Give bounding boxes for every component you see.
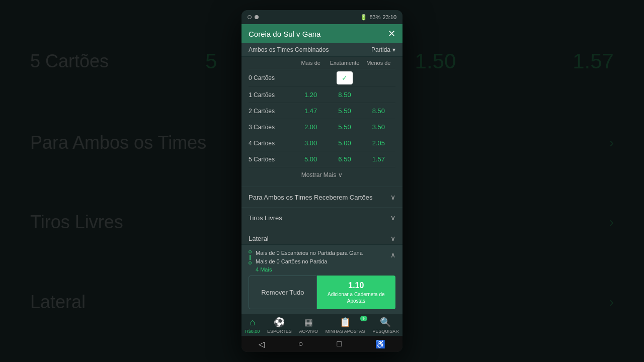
signal-icon [248,15,252,19]
cell-menos-de[interactable] [362,89,395,101]
cell-exatamente[interactable]: 5.50 [328,121,361,133]
nav-home[interactable]: ⌂ R$0,00 [245,317,260,334]
table-header-row: Mais de Exatamente Menos de [249,57,395,69]
bottom-navigation: ⌂ R$0,00 ⚽ ESPORTES ▦ AO-VIVO 📋 9 MINHAS… [242,313,403,336]
table-row: 5 Cartões 5.00 6.50 1.57 [249,151,395,167]
cell-mais-de[interactable]: 3.00 [294,137,328,149]
nav-my-bets-label: MINHAS APOSTAS [326,329,365,334]
cell-exatamente-selected[interactable]: ✓ [328,71,361,84]
cards-table: Mais de Exatamente Menos de 0 Cartões ✓ [242,57,403,187]
cell-mais-de[interactable]: 5.00 [294,153,328,165]
collapse-chevron-icon[interactable]: ∧ [390,249,395,259]
home-icon: ⌂ [250,317,255,328]
status-right: 🔋 83% 23:10 [360,14,396,21]
col-label-header [249,60,294,66]
accessibility-button[interactable]: ♿ [375,339,385,349]
cell-mais-de[interactable]: 2.00 [294,121,328,133]
row-label: 1 Cartões [249,89,294,101]
accordion-label: Tiros Livres [249,214,282,222]
table-row: 1 Cartões 1.20 8.50 [249,87,395,103]
bet-item-2: Mais de 0 Cartões no Partida [256,257,386,266]
chevron-down-icon: ∨ [338,171,343,178]
accordion-header[interactable]: Para Ambos os Times Receberem Cartões ∨ [242,187,403,207]
cell-mais-de[interactable]: 1.20 [294,89,328,101]
add-to-betslip-button[interactable]: 1.10 Adicionar a Caderneta de Apostas [317,276,395,309]
bets-badge: 9 [360,316,367,321]
dropdown-chevron-icon: ▾ [392,46,395,53]
cell-exatamente[interactable]: 6.50 [328,153,361,165]
row-label: 4 Cartões [249,137,294,149]
nav-home-label: R$0,00 [245,329,260,334]
clock: 23:10 [382,14,396,20]
wifi-icon [255,15,259,19]
bet-items-container: Mais de 0 Escanteios no Partida para Gan… [249,249,395,273]
accordion-lateral: Lateral ∨ [242,228,403,244]
status-bar: 🔋 83% 23:10 [242,10,403,24]
remove-all-button[interactable]: Remover Tudo [249,276,317,309]
betting-modal: Coreia do Sul v Gana ✕ Ambos os Times Co… [242,24,403,336]
sub-header-category: Ambos os Times Combinados [249,46,329,53]
sub-header-type: Partida ▾ [371,46,395,53]
action-buttons: Remover Tudo 1.10 Adicionar a Caderneta … [249,276,395,309]
my-bets-icon: 📋 [340,317,351,328]
bet-item-1: Mais de 0 Escanteios no Partida para Gan… [256,249,386,257]
modal-title: Coreia do Sul v Gana [249,30,320,38]
nav-search[interactable]: 🔍 PESQUISAR [372,317,399,334]
nav-sports-label: ESPORTES [267,329,292,334]
nav-live-label: AO-VIVO [299,329,318,334]
row-label: 0 Cartões [249,71,294,84]
table-row: 0 Cartões ✓ [249,69,395,87]
nav-my-bets[interactable]: 📋 9 MINHAS APOSTAS [326,317,365,334]
expand-more-button[interactable]: 4 Mais [256,266,386,273]
cell-menos-de[interactable]: 3.50 [362,121,395,133]
bet-panel: Mais de 0 Escanteios no Partida para Gan… [242,244,403,313]
battery-icon: 🔋 [360,14,367,21]
modal-container: 🔋 83% 23:10 Coreia do Sul v Gana ✕ Ambos… [242,10,403,352]
selected-cell[interactable]: ✓ [337,71,353,84]
cell-mais-de[interactable] [294,71,328,84]
bet-text-list: Mais de 0 Escanteios no Partida para Gan… [256,249,386,273]
cell-menos-de[interactable] [362,71,395,84]
table-row: 2 Cartões 1.47 5.50 8.50 [249,103,395,119]
nav-live[interactable]: ▦ AO-VIVO [299,317,318,334]
add-label: Adicionar a Caderneta de Apostas [322,291,390,304]
row-label: 3 Cartões [249,121,294,133]
cell-exatamente[interactable]: 5.00 [328,137,361,149]
battery-percent: 83% [369,14,380,20]
home-button[interactable]: ○ [298,339,303,348]
accordion-tiros-livres: Tiros Livres ∨ [242,207,403,228]
show-more-button[interactable]: Mostrar Mais ∨ [249,167,395,183]
modal-header: Coreia do Sul v Gana ✕ [242,24,403,43]
recents-button[interactable]: □ [337,339,342,348]
sub-header: Ambos os Times Combinados Partida ▾ [242,43,403,57]
back-button[interactable]: ◁ [259,339,265,349]
status-icons [248,15,259,19]
col-exatamente-header: Exatamente [328,60,361,66]
col-menos-de-header: Menos de [362,60,395,66]
col-mais-de-header: Mais de [294,60,328,66]
accordion-label: Para Ambos os Times Receberem Cartões [249,194,372,201]
close-button[interactable]: ✕ [388,29,395,38]
accordion-header[interactable]: Tiros Livres ∨ [242,208,403,228]
accordion-header[interactable]: Lateral ∨ [242,228,403,244]
search-icon: 🔍 [380,317,391,328]
cell-menos-de[interactable]: 2.05 [362,137,395,149]
cell-menos-de[interactable]: 1.57 [362,153,395,165]
cell-mais-de[interactable]: 1.47 [294,105,328,117]
chevron-down-icon: ∨ [390,193,395,201]
live-icon: ▦ [304,317,313,328]
chevron-down-icon: ∨ [390,214,395,222]
chevron-down-icon: ∨ [390,234,395,242]
bet-dots [249,249,252,264]
bet-value: 1.10 [348,281,364,291]
nav-sports[interactable]: ⚽ ESPORTES [267,317,292,334]
bet-dot-2 [249,261,252,264]
cell-menos-de[interactable]: 8.50 [362,105,395,117]
cell-exatamente[interactable]: 8.50 [328,89,361,101]
row-label: 5 Cartões [249,153,294,165]
modal-scroll-area[interactable]: Mais de Exatamente Menos de 0 Cartões ✓ [242,57,403,244]
cell-exatamente[interactable]: 5.50 [328,105,361,117]
accordion-label: Lateral [249,235,269,242]
bet-line [250,255,251,260]
system-navigation-bar: ◁ ○ □ ♿ [242,336,403,352]
